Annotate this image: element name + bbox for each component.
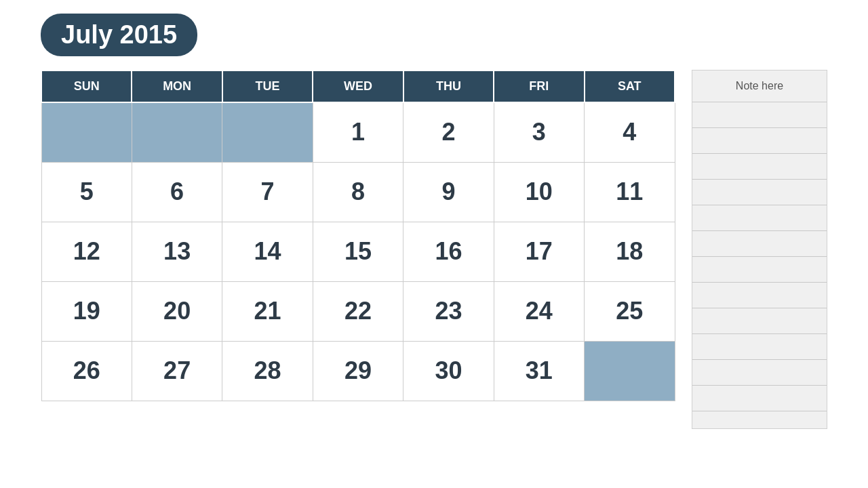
- note-line: [692, 283, 827, 308]
- calendar-week-row: 1234: [41, 102, 675, 162]
- calendar-day-28[interactable]: 28: [222, 341, 313, 401]
- calendar-day-31[interactable]: 31: [494, 341, 584, 401]
- note-line: [692, 102, 827, 128]
- note-line: [692, 154, 827, 180]
- calendar-empty-cell: [132, 102, 222, 162]
- calendar-day-2[interactable]: 2: [403, 102, 494, 162]
- note-line: [692, 386, 827, 411]
- calendar-day-10[interactable]: 10: [494, 162, 584, 222]
- day-header-sun: SUN: [41, 70, 132, 102]
- days-header-row: SUNMONTUEWEDTHUFRISAT: [41, 70, 675, 102]
- calendar-empty-cell: [41, 102, 132, 162]
- calendar-day-5[interactable]: 5: [41, 162, 132, 222]
- calendar-day-6[interactable]: 6: [132, 162, 222, 222]
- calendar-day-19[interactable]: 19: [41, 281, 132, 341]
- note-line: [692, 257, 827, 283]
- calendar-day-30[interactable]: 30: [403, 341, 494, 401]
- calendar-week-row: 12131415161718: [41, 222, 675, 281]
- note-line: [692, 334, 827, 360]
- calendar-day-1[interactable]: 1: [313, 102, 403, 162]
- calendar-day-7[interactable]: 7: [222, 162, 313, 222]
- calendar-week-row: 262728293031: [41, 341, 675, 401]
- calendar-day-13[interactable]: 13: [132, 222, 222, 281]
- note-line: [692, 308, 827, 334]
- calendar-table: SUNMONTUEWEDTHUFRISAT 123456789101112131…: [41, 70, 675, 401]
- note-panel: Note here: [692, 70, 827, 429]
- day-header-mon: MON: [132, 70, 222, 102]
- calendar-day-16[interactable]: 16: [403, 222, 494, 281]
- calendar-day-25[interactable]: 25: [585, 281, 675, 341]
- calendar-day-8[interactable]: 8: [313, 162, 403, 222]
- calendar-empty-cell: [585, 341, 675, 401]
- day-header-sat: SAT: [585, 70, 675, 102]
- calendar-day-21[interactable]: 21: [222, 281, 313, 341]
- calendar-day-15[interactable]: 15: [313, 222, 403, 281]
- calendar-day-22[interactable]: 22: [313, 281, 403, 341]
- note-line: [692, 231, 827, 257]
- calendar-day-29[interactable]: 29: [313, 341, 403, 401]
- month-title: July 2015: [41, 14, 197, 56]
- calendar-day-27[interactable]: 27: [132, 341, 222, 401]
- day-header-wed: WED: [313, 70, 403, 102]
- calendar-day-24[interactable]: 24: [494, 281, 584, 341]
- calendar-wrapper: SUNMONTUEWEDTHUFRISAT 123456789101112131…: [41, 70, 675, 401]
- calendar-day-23[interactable]: 23: [403, 281, 494, 341]
- note-line: [692, 360, 827, 386]
- note-title: Note here: [692, 70, 827, 102]
- calendar-day-14[interactable]: 14: [222, 222, 313, 281]
- page-container: July 2015 SUNMONTUEWEDTHUFRISAT 12345678…: [0, 0, 868, 488]
- day-header-tue: TUE: [222, 70, 313, 102]
- calendar-day-20[interactable]: 20: [132, 281, 222, 341]
- day-header-fri: FRI: [494, 70, 584, 102]
- day-header-thu: THU: [403, 70, 494, 102]
- note-line: [692, 205, 827, 231]
- calendar-day-9[interactable]: 9: [403, 162, 494, 222]
- note-lines: [692, 102, 827, 428]
- calendar-day-4[interactable]: 4: [585, 102, 675, 162]
- note-line: [692, 128, 827, 154]
- calendar-day-26[interactable]: 26: [41, 341, 132, 401]
- main-content: SUNMONTUEWEDTHUFRISAT 123456789101112131…: [41, 70, 827, 429]
- calendar-day-3[interactable]: 3: [494, 102, 584, 162]
- calendar-week-row: 567891011: [41, 162, 675, 222]
- calendar-day-18[interactable]: 18: [585, 222, 675, 281]
- note-line: [692, 180, 827, 205]
- calendar-day-17[interactable]: 17: [494, 222, 584, 281]
- calendar-empty-cell: [222, 102, 313, 162]
- calendar-day-11[interactable]: 11: [585, 162, 675, 222]
- calendar-week-row: 19202122232425: [41, 281, 675, 341]
- calendar-day-12[interactable]: 12: [41, 222, 132, 281]
